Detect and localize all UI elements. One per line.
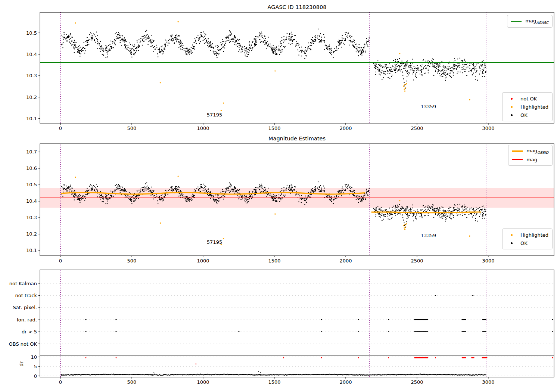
ok-point bbox=[382, 213, 383, 214]
ok-point bbox=[413, 70, 414, 71]
ok-point bbox=[118, 38, 119, 39]
ok-point bbox=[67, 40, 68, 41]
legend-line-swatch bbox=[510, 21, 522, 22]
ok-point bbox=[231, 189, 232, 190]
ok-point bbox=[284, 195, 286, 196]
ok-point bbox=[388, 216, 389, 217]
ok-point bbox=[425, 72, 426, 74]
ok-point bbox=[138, 50, 139, 51]
ok-point bbox=[412, 205, 413, 206]
ok-point bbox=[264, 189, 265, 190]
ok-point bbox=[476, 68, 477, 69]
ok-point bbox=[137, 192, 138, 193]
ok-point bbox=[111, 190, 112, 192]
ok-point bbox=[404, 65, 405, 66]
ok-point bbox=[335, 50, 336, 51]
dr-outlier-point bbox=[195, 364, 196, 365]
ok-point bbox=[457, 63, 458, 64]
flags-dr-plot: not Kalmannot trackSat. pixel.Ion. rad.d… bbox=[0, 265, 560, 392]
ok-point bbox=[133, 50, 134, 52]
ok-point bbox=[441, 218, 442, 219]
ok-point bbox=[384, 211, 385, 212]
ok-point bbox=[71, 194, 72, 195]
ok-point bbox=[234, 42, 236, 43]
ok-point bbox=[318, 189, 319, 190]
ok-point bbox=[168, 190, 169, 192]
ok-point bbox=[259, 39, 260, 40]
ok-point bbox=[204, 36, 205, 37]
legend-item: OK bbox=[505, 111, 548, 119]
ok-point bbox=[153, 41, 154, 42]
ok-point bbox=[88, 190, 89, 192]
ok-point bbox=[312, 190, 313, 191]
ok-point bbox=[267, 194, 268, 195]
ok-point bbox=[436, 68, 437, 69]
ok-point bbox=[481, 65, 482, 66]
ok-point bbox=[324, 37, 325, 38]
ok-point bbox=[234, 44, 235, 45]
ok-point bbox=[208, 195, 209, 196]
ok-point bbox=[97, 196, 98, 197]
ok-point bbox=[194, 42, 195, 43]
ok-point bbox=[329, 199, 330, 200]
ok-point bbox=[118, 35, 119, 37]
ok-point bbox=[401, 60, 402, 62]
ok-point bbox=[416, 70, 417, 71]
ok-point bbox=[156, 45, 157, 46]
ok-point bbox=[153, 40, 155, 41]
ok-point bbox=[469, 68, 470, 69]
ok-point bbox=[306, 202, 307, 203]
ok-point bbox=[202, 36, 203, 37]
ok-point bbox=[84, 200, 85, 201]
ok-point bbox=[254, 195, 255, 196]
ok-point bbox=[446, 71, 447, 72]
ok-point bbox=[238, 40, 239, 41]
ok-point bbox=[232, 191, 233, 192]
ok-point bbox=[180, 43, 181, 44]
ok-point bbox=[395, 72, 396, 73]
ok-point bbox=[474, 213, 475, 214]
ok-point bbox=[118, 34, 119, 35]
ok-point bbox=[252, 41, 253, 42]
ok-point bbox=[240, 45, 241, 46]
ok-point bbox=[210, 191, 211, 192]
ok-point bbox=[198, 40, 199, 41]
ok-point bbox=[255, 40, 256, 41]
ok-point bbox=[301, 47, 302, 48]
ok-point bbox=[462, 215, 463, 216]
ok-point bbox=[318, 181, 319, 183]
ok-point bbox=[107, 56, 108, 57]
ok-point bbox=[397, 206, 398, 208]
ok-point bbox=[354, 190, 355, 191]
tick-label: 10.5 bbox=[26, 182, 37, 187]
ok-point bbox=[339, 41, 340, 42]
ok-point bbox=[186, 201, 187, 202]
ok-point bbox=[240, 44, 241, 45]
ok-point bbox=[171, 37, 172, 38]
ok-point bbox=[450, 68, 451, 69]
ok-point bbox=[112, 191, 113, 192]
ok-point bbox=[448, 69, 449, 70]
ok-point bbox=[415, 76, 416, 77]
legend-point-status-top: not OKHighlightedOK bbox=[502, 92, 553, 121]
ok-point bbox=[482, 72, 483, 73]
ok-point bbox=[73, 42, 74, 43]
ok-point bbox=[251, 50, 252, 51]
ok-point bbox=[86, 194, 87, 195]
ok-point bbox=[440, 217, 441, 218]
ok-point bbox=[165, 43, 166, 44]
flag-event-point bbox=[465, 319, 466, 320]
ok-point bbox=[119, 34, 120, 35]
ok-point bbox=[210, 41, 211, 42]
ok-point bbox=[326, 196, 327, 197]
ok-point bbox=[349, 186, 351, 187]
ok-point bbox=[328, 46, 329, 47]
ok-point bbox=[448, 210, 449, 211]
ok-point bbox=[461, 60, 462, 61]
ok-point bbox=[359, 198, 360, 199]
ok-point bbox=[236, 41, 237, 42]
ok-point bbox=[74, 49, 75, 50]
ok-point bbox=[74, 40, 75, 41]
ok-point bbox=[401, 65, 402, 66]
ok-point bbox=[443, 209, 444, 211]
